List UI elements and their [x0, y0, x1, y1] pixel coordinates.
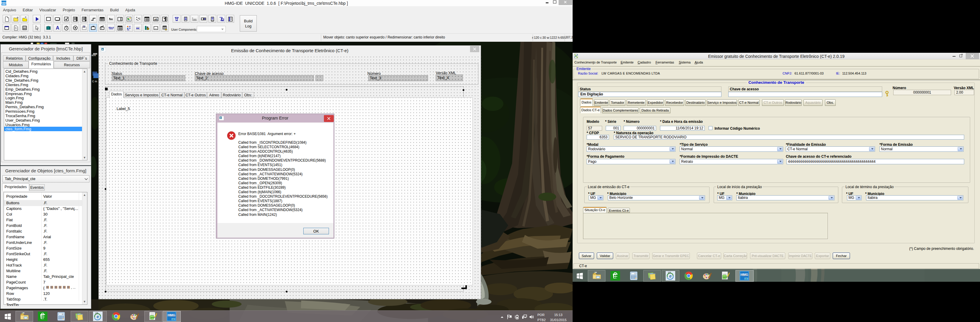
svg-text:Ab: Ab [83, 26, 85, 27]
svg-text:HMG: HMG [2, 2, 6, 4]
svg-text:ab: ab [154, 18, 158, 21]
svg-text:Abcd: Abcd [108, 26, 114, 29]
svg-text:A: A [56, 25, 59, 30]
svg-text:, ...: , ... [71, 286, 75, 289]
svg-text:aze: aze [92, 54, 96, 57]
svg-text:C m: C m [92, 80, 97, 83]
svg-text:Rb: Rb [127, 29, 129, 31]
